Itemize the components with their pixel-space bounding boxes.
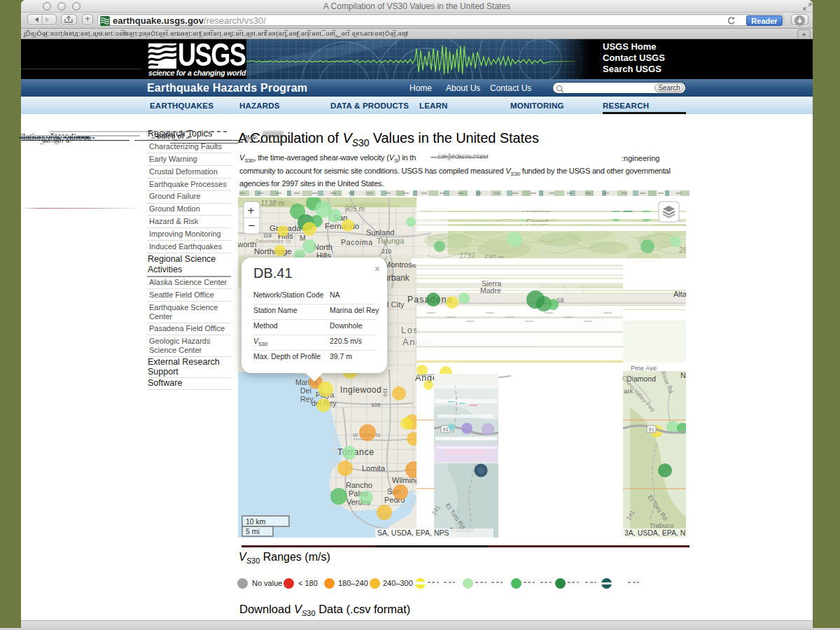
svg-text:Inglewood: Inglewood — [340, 385, 382, 395]
svg-text:Montrose: Montrose — [384, 260, 416, 269]
svg-text:Pine Ave: Pine Ave — [631, 364, 657, 372]
svg-text:N: N — [680, 371, 686, 379]
svg-text:105: 105 — [371, 402, 381, 408]
svg-text:ark: ark — [624, 387, 633, 395]
svg-text:Del: Del — [300, 386, 312, 395]
svg-text:sworth: sworth — [238, 240, 256, 248]
svg-text:Lomita: Lomita — [362, 464, 386, 472]
svg-text:sa: sa — [556, 296, 564, 304]
svg-text:1138 m: 1138 m — [260, 199, 284, 207]
svg-text:91: 91 — [649, 426, 654, 433]
svg-text:210: 210 — [382, 248, 391, 255]
svg-text:Sunland: Sunland — [366, 228, 394, 237]
svg-text:110: 110 — [382, 388, 388, 397]
svg-text:M: M — [300, 234, 306, 242]
svg-text:North: North — [314, 243, 332, 251]
svg-text:3A, USDA, EPA, NPS: 3A, USDA, EPA, NPS — [624, 528, 686, 537]
svg-text:905 m: 905 m — [344, 204, 365, 213]
svg-text:Pacoima: Pacoima — [341, 238, 373, 246]
svg-text:Tujunga: Tujunga — [377, 237, 405, 245]
svg-text:SA, USDA, EPA, NPS: SA, USDA, EPA, NPS — [377, 528, 449, 537]
svg-text:Alta: Alta — [673, 290, 686, 298]
svg-text:Rancho: Rancho — [346, 481, 372, 489]
svg-text:Devonshire St: Devonshire St — [255, 238, 291, 244]
svg-text:−: − — [248, 219, 255, 232]
svg-text:10 km: 10 km — [246, 517, 266, 526]
svg-text:Los: Los — [401, 325, 419, 335]
svg-text:Northridge: Northridge — [254, 247, 292, 255]
svg-text:+: + — [248, 204, 255, 217]
svg-text:5 mi: 5 mi — [246, 527, 260, 536]
svg-text:91: 91 — [443, 426, 449, 433]
svg-text:l City: l City — [387, 300, 405, 309]
svg-text:Madre: Madre — [480, 286, 501, 295]
